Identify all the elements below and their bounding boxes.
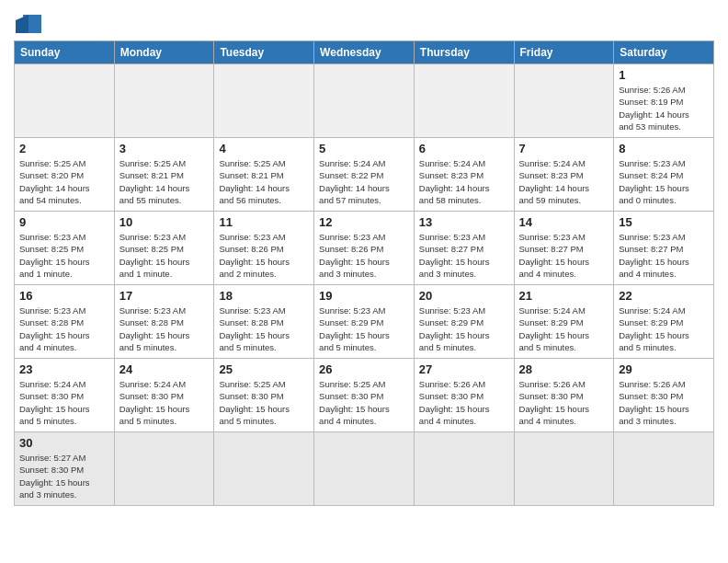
svg-marker-1 (16, 15, 28, 33)
calendar-cell (314, 64, 415, 138)
day-number: 27 (419, 362, 509, 376)
day-info: Sunrise: 5:23 AM Sunset: 8:29 PM Dayligh… (319, 304, 409, 353)
weekday-header-friday: Friday (514, 41, 614, 64)
calendar-cell (114, 432, 214, 506)
day-info: Sunrise: 5:23 AM Sunset: 8:28 PM Dayligh… (219, 304, 309, 353)
calendar-week-row: 9Sunrise: 5:23 AM Sunset: 8:25 PM Daylig… (15, 212, 714, 285)
calendar-cell: 12Sunrise: 5:23 AM Sunset: 8:26 PM Dayli… (314, 212, 415, 285)
day-info: Sunrise: 5:25 AM Sunset: 8:30 PM Dayligh… (319, 378, 409, 427)
day-number: 18 (219, 289, 309, 303)
day-info: Sunrise: 5:23 AM Sunset: 8:27 PM Dayligh… (519, 231, 609, 280)
day-info: Sunrise: 5:23 AM Sunset: 8:26 PM Dayligh… (219, 231, 309, 280)
weekday-header-tuesday: Tuesday (214, 41, 314, 64)
calendar-cell: 29Sunrise: 5:26 AM Sunset: 8:30 PM Dayli… (614, 359, 714, 432)
day-info: Sunrise: 5:24 AM Sunset: 8:30 PM Dayligh… (119, 378, 210, 427)
day-number: 2 (19, 142, 109, 155)
day-number: 8 (619, 142, 709, 155)
day-info: Sunrise: 5:24 AM Sunset: 8:23 PM Dayligh… (419, 157, 509, 206)
day-number: 5 (319, 142, 409, 155)
day-info: Sunrise: 5:26 AM Sunset: 8:30 PM Dayligh… (619, 378, 709, 427)
calendar-cell: 16Sunrise: 5:23 AM Sunset: 8:28 PM Dayli… (15, 285, 115, 359)
calendar-cell: 5Sunrise: 5:24 AM Sunset: 8:22 PM Daylig… (314, 138, 415, 212)
calendar-cell: 9Sunrise: 5:23 AM Sunset: 8:25 PM Daylig… (15, 212, 115, 285)
day-info: Sunrise: 5:24 AM Sunset: 8:23 PM Dayligh… (519, 157, 609, 206)
day-info: Sunrise: 5:25 AM Sunset: 8:21 PM Dayligh… (119, 157, 210, 206)
day-info: Sunrise: 5:23 AM Sunset: 8:26 PM Dayligh… (319, 231, 409, 280)
weekday-header-sunday: Sunday (15, 41, 115, 64)
calendar-cell: 18Sunrise: 5:23 AM Sunset: 8:28 PM Dayli… (214, 285, 314, 359)
calendar-week-row: 1Sunrise: 5:26 AM Sunset: 8:19 PM Daylig… (15, 64, 714, 138)
day-number: 17 (119, 289, 210, 303)
day-number: 21 (519, 289, 609, 303)
calendar-cell (514, 432, 614, 506)
day-number: 29 (619, 362, 709, 376)
day-info: Sunrise: 5:23 AM Sunset: 8:27 PM Dayligh… (419, 231, 509, 280)
calendar-cell: 24Sunrise: 5:24 AM Sunset: 8:30 PM Dayli… (114, 359, 214, 432)
day-number: 24 (119, 362, 210, 376)
day-number: 4 (219, 142, 309, 155)
day-number: 16 (19, 289, 109, 303)
weekday-header-saturday: Saturday (614, 41, 714, 64)
day-info: Sunrise: 5:25 AM Sunset: 8:21 PM Dayligh… (219, 157, 309, 206)
calendar-cell: 11Sunrise: 5:23 AM Sunset: 8:26 PM Dayli… (214, 212, 314, 285)
day-number: 30 (19, 436, 109, 450)
calendar-cell: 8Sunrise: 5:23 AM Sunset: 8:24 PM Daylig… (614, 138, 714, 212)
calendar-cell (514, 64, 614, 138)
calendar-cell (314, 432, 415, 506)
calendar-table: SundayMondayTuesdayWednesdayThursdayFrid… (14, 40, 714, 506)
day-number: 11 (219, 215, 309, 229)
calendar-cell (214, 64, 314, 138)
calendar-cell: 21Sunrise: 5:24 AM Sunset: 8:29 PM Dayli… (514, 285, 614, 359)
day-number: 14 (519, 215, 609, 229)
calendar-cell: 10Sunrise: 5:23 AM Sunset: 8:25 PM Dayli… (114, 212, 214, 285)
day-info: Sunrise: 5:24 AM Sunset: 8:29 PM Dayligh… (519, 304, 609, 353)
day-info: Sunrise: 5:26 AM Sunset: 8:30 PM Dayligh… (419, 378, 509, 427)
day-number: 23 (19, 362, 109, 376)
day-number: 28 (519, 362, 609, 376)
day-number: 3 (119, 142, 210, 155)
day-info: Sunrise: 5:23 AM Sunset: 8:25 PM Dayligh… (119, 231, 210, 280)
calendar-cell: 30Sunrise: 5:27 AM Sunset: 8:30 PM Dayli… (15, 432, 115, 506)
calendar-week-row: 30Sunrise: 5:27 AM Sunset: 8:30 PM Dayli… (15, 432, 714, 506)
day-number: 12 (319, 215, 409, 229)
day-info: Sunrise: 5:24 AM Sunset: 8:22 PM Dayligh… (319, 157, 409, 206)
calendar-cell: 17Sunrise: 5:23 AM Sunset: 8:28 PM Dayli… (114, 285, 214, 359)
calendar-cell: 3Sunrise: 5:25 AM Sunset: 8:21 PM Daylig… (114, 138, 214, 212)
calendar-cell: 28Sunrise: 5:26 AM Sunset: 8:30 PM Dayli… (514, 359, 614, 432)
calendar-cell: 20Sunrise: 5:23 AM Sunset: 8:29 PM Dayli… (414, 285, 514, 359)
day-info: Sunrise: 5:23 AM Sunset: 8:28 PM Dayligh… (119, 304, 210, 353)
calendar-cell: 4Sunrise: 5:25 AM Sunset: 8:21 PM Daylig… (214, 138, 314, 212)
day-info: Sunrise: 5:26 AM Sunset: 8:30 PM Dayligh… (519, 378, 609, 427)
calendar-cell (114, 64, 214, 138)
day-info: Sunrise: 5:23 AM Sunset: 8:28 PM Dayligh… (19, 304, 109, 353)
day-number: 19 (319, 289, 409, 303)
calendar-cell: 27Sunrise: 5:26 AM Sunset: 8:30 PM Dayli… (414, 359, 514, 432)
weekday-header-wednesday: Wednesday (314, 41, 415, 64)
calendar-cell: 13Sunrise: 5:23 AM Sunset: 8:27 PM Dayli… (414, 212, 514, 285)
calendar-cell: 19Sunrise: 5:23 AM Sunset: 8:29 PM Dayli… (314, 285, 415, 359)
calendar-cell: 22Sunrise: 5:24 AM Sunset: 8:29 PM Dayli… (614, 285, 714, 359)
day-number: 6 (419, 142, 509, 155)
calendar-week-row: 23Sunrise: 5:24 AM Sunset: 8:30 PM Dayli… (15, 359, 714, 432)
day-number: 20 (419, 289, 509, 303)
day-info: Sunrise: 5:24 AM Sunset: 8:30 PM Dayligh… (19, 378, 109, 427)
calendar-cell (15, 64, 115, 138)
calendar-cell: 1Sunrise: 5:26 AM Sunset: 8:19 PM Daylig… (614, 64, 714, 138)
day-info: Sunrise: 5:23 AM Sunset: 8:25 PM Dayligh… (19, 231, 109, 280)
day-number: 25 (219, 362, 309, 376)
calendar-cell: 14Sunrise: 5:23 AM Sunset: 8:27 PM Dayli… (514, 212, 614, 285)
day-info: Sunrise: 5:27 AM Sunset: 8:30 PM Dayligh… (19, 452, 109, 500)
day-info: Sunrise: 5:23 AM Sunset: 8:27 PM Dayligh… (619, 231, 709, 280)
day-info: Sunrise: 5:23 AM Sunset: 8:24 PM Dayligh… (619, 157, 709, 206)
logo (14, 9, 41, 33)
day-info: Sunrise: 5:23 AM Sunset: 8:29 PM Dayligh… (419, 304, 509, 353)
page-header (14, 9, 714, 33)
day-number: 7 (519, 142, 609, 155)
weekday-header-monday: Monday (114, 41, 214, 64)
day-number: 15 (619, 215, 709, 229)
calendar-week-row: 2Sunrise: 5:25 AM Sunset: 8:20 PM Daylig… (15, 138, 714, 212)
calendar-cell: 7Sunrise: 5:24 AM Sunset: 8:23 PM Daylig… (514, 138, 614, 212)
day-info: Sunrise: 5:26 AM Sunset: 8:19 PM Dayligh… (619, 84, 709, 132)
day-info: Sunrise: 5:25 AM Sunset: 8:20 PM Dayligh… (19, 157, 109, 206)
calendar-cell (414, 64, 514, 138)
